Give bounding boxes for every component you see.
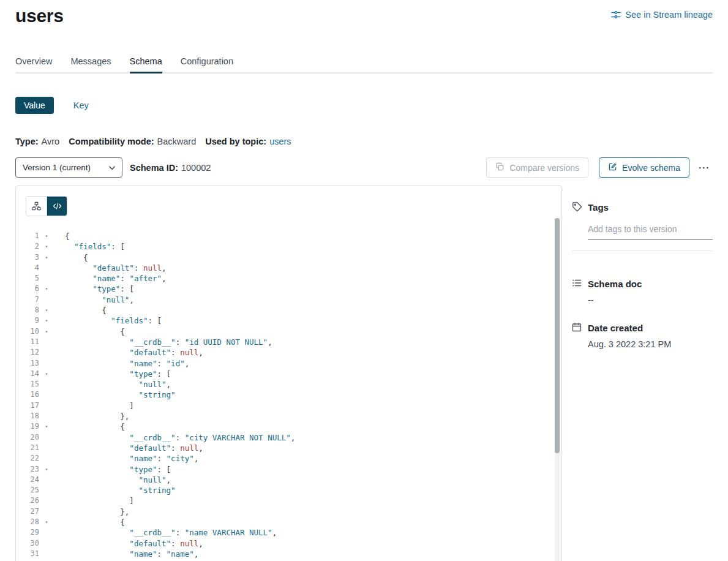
schema-sidebar: Tags Schema doc -- bbox=[572, 186, 713, 561]
code-text: "null", bbox=[54, 295, 550, 305]
collapse-toggle-icon[interactable]: ▾ bbox=[39, 231, 54, 241]
collapse-toggle-icon[interactable]: ▾ bbox=[39, 369, 54, 379]
code-text: "name": "city", bbox=[54, 453, 550, 464]
schema-meta: Type: Avro Compatibility mode: Backward … bbox=[15, 137, 713, 146]
code-line: 18 }, bbox=[26, 411, 550, 421]
stream-lineage-label: See in Stream lineage bbox=[625, 10, 713, 20]
version-select[interactable]: Version 1 (current) bbox=[15, 157, 122, 178]
evolve-schema-button[interactable]: Evolve schema bbox=[599, 157, 689, 178]
tab-overview[interactable]: Overview bbox=[15, 56, 52, 72]
line-number: 31 bbox=[26, 549, 39, 559]
gutter-spacer bbox=[39, 390, 54, 400]
line-number: 1 bbox=[26, 231, 39, 241]
schema-content: 1▾{2▾ "fields": [3▾ {4 "default": null,5… bbox=[15, 186, 713, 561]
code-line: 5 "name": "after", bbox=[26, 273, 550, 284]
schema-page: users See in Stream lineage Overview Mes… bbox=[0, 0, 728, 561]
gutter-spacer bbox=[39, 549, 54, 559]
gutter-spacer bbox=[39, 337, 54, 347]
schema-id: Schema ID: 100002 bbox=[130, 163, 211, 173]
code-line: 24 "null", bbox=[26, 475, 550, 485]
code-text: "name": "id", bbox=[54, 358, 550, 369]
line-number: 5 bbox=[26, 273, 39, 284]
tab-configuration[interactable]: Configuration bbox=[181, 56, 233, 72]
chevron-down-icon bbox=[109, 163, 115, 172]
compare-versions-label: Compare versions bbox=[509, 163, 579, 173]
calendar-icon bbox=[572, 322, 582, 334]
code-text: "string" bbox=[54, 485, 550, 495]
line-number: 20 bbox=[26, 432, 39, 443]
collapse-toggle-icon[interactable]: ▾ bbox=[39, 315, 54, 326]
code-text: { bbox=[54, 421, 550, 432]
line-number: 12 bbox=[26, 347, 39, 358]
gutter-spacer bbox=[39, 358, 54, 369]
topic-link[interactable]: users bbox=[269, 137, 291, 146]
code-text: "name": "name", bbox=[54, 549, 550, 559]
code-text: "default": null, bbox=[54, 443, 550, 453]
line-number: 11 bbox=[26, 337, 39, 347]
key-toggle-button[interactable]: Key bbox=[73, 100, 89, 110]
code-line: 10▾ { bbox=[26, 326, 550, 337]
code-text: "fields": [ bbox=[54, 241, 550, 252]
code-text: { bbox=[54, 231, 550, 241]
gutter-spacer bbox=[39, 263, 54, 273]
tree-view-button[interactable] bbox=[26, 197, 47, 216]
schema-id-value: 100002 bbox=[181, 163, 211, 173]
code-line: 25 "string" bbox=[26, 485, 550, 495]
code-view-button[interactable] bbox=[47, 197, 67, 216]
code-line: 28▾ { bbox=[26, 517, 550, 527]
add-tags-input[interactable] bbox=[588, 223, 713, 239]
line-number: 13 bbox=[26, 358, 39, 369]
collapse-toggle-icon[interactable]: ▾ bbox=[39, 421, 54, 432]
line-number: 22 bbox=[26, 453, 39, 464]
collapse-toggle-icon[interactable]: ▾ bbox=[39, 305, 54, 315]
line-number: 8 bbox=[26, 305, 39, 315]
sidebar-divider bbox=[572, 250, 713, 251]
code-line: 23▾ "type": [ bbox=[26, 464, 550, 475]
collapse-toggle-icon[interactable]: ▾ bbox=[39, 464, 54, 475]
line-number: 21 bbox=[26, 443, 39, 453]
code-line: 3▾ { bbox=[26, 252, 550, 263]
code-line: 4 "default": null, bbox=[26, 263, 550, 273]
tab-schema[interactable]: Schema bbox=[130, 56, 162, 72]
type-label: Type: bbox=[15, 137, 39, 146]
value-toggle-button[interactable]: Value bbox=[15, 97, 54, 114]
more-options-button[interactable]: ⋯ bbox=[696, 162, 713, 173]
gutter-spacer bbox=[39, 443, 54, 453]
collapse-toggle-icon[interactable]: ▾ bbox=[39, 284, 54, 294]
code-text: "null", bbox=[54, 379, 550, 390]
code-text: "type": [ bbox=[54, 369, 550, 379]
version-select-value: Version 1 (current) bbox=[23, 163, 91, 172]
line-number: 30 bbox=[26, 538, 39, 549]
tags-section: Tags bbox=[572, 201, 713, 251]
code-line: 9▾ "fields": [ bbox=[26, 315, 550, 326]
code-scrollbar[interactable] bbox=[555, 218, 560, 561]
schema-controls: Version 1 (current) Schema ID: 100002 Co… bbox=[15, 157, 713, 178]
code-scrollbar-thumb[interactable] bbox=[555, 218, 560, 453]
collapse-toggle-icon[interactable]: ▾ bbox=[39, 252, 54, 263]
schema-editor-panel: 1▾{2▾ "fields": [3▾ {4 "default": null,5… bbox=[15, 186, 562, 561]
code-line: 26 ] bbox=[26, 495, 550, 506]
code-line: 7 "null", bbox=[26, 295, 550, 305]
stream-lineage-icon bbox=[611, 10, 621, 20]
compare-versions-button[interactable]: Compare versions bbox=[486, 157, 588, 178]
collapse-toggle-icon[interactable]: ▾ bbox=[39, 517, 54, 527]
gutter-spacer bbox=[39, 538, 54, 549]
schema-doc-title: Schema doc bbox=[588, 279, 642, 289]
line-number: 17 bbox=[26, 401, 39, 411]
code-text: "type": [ bbox=[54, 284, 550, 294]
collapse-toggle-icon[interactable]: ▾ bbox=[39, 241, 54, 252]
line-number: 7 bbox=[26, 295, 39, 305]
code-text: "fields": [ bbox=[54, 315, 550, 326]
stream-lineage-link[interactable]: See in Stream lineage bbox=[611, 10, 713, 20]
line-number: 28 bbox=[26, 517, 39, 527]
date-created-title: Date created bbox=[588, 323, 643, 333]
gutter-spacer bbox=[39, 453, 54, 464]
code-line: 11 "__crdb__": "id UUID NOT NULL", bbox=[26, 337, 550, 347]
collapse-toggle-icon[interactable]: ▾ bbox=[39, 326, 54, 337]
line-number: 18 bbox=[26, 411, 39, 421]
code-line: 20 "__crdb__": "city VARCHAR NOT NULL", bbox=[26, 432, 550, 443]
code-line: 21 "default": null, bbox=[26, 443, 550, 453]
tab-messages[interactable]: Messages bbox=[70, 56, 111, 72]
code-line: 13 "name": "id", bbox=[26, 358, 550, 369]
view-mode-toggle bbox=[26, 196, 67, 216]
